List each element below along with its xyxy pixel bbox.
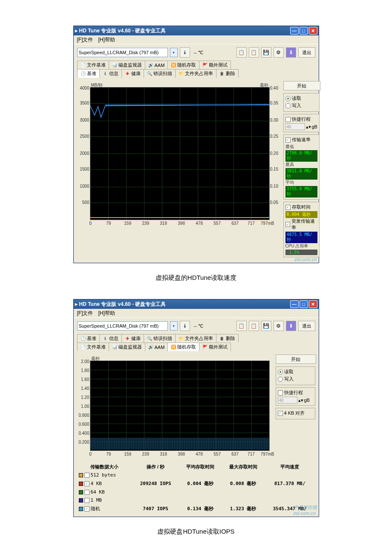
legend-color-icon: [79, 507, 83, 511]
radio-write[interactable]: 写入: [285, 102, 317, 109]
random-access-content: 毫秒 2.001.801.601.401.201.000.8000.6000.4…: [74, 351, 319, 517]
radio-read[interactable]: 读取: [285, 95, 317, 102]
spinner-icon[interactable]: ▴▾: [306, 124, 311, 130]
tab-folder-usage[interactable]: 📁文件夹占用率: [175, 69, 216, 78]
benchmark-side-panel: 开始 读取 写入 快捷行程 ▴▾gB ✓传输速率 最低 2796.8 MB/秒 …: [283, 81, 320, 259]
cell-iops: [132, 496, 179, 504]
close-button[interactable]: ✕: [309, 300, 317, 308]
check-align[interactable]: ✓4 KB 对齐: [278, 410, 313, 416]
checkbox-icon[interactable]: ✓: [84, 481, 89, 486]
tab-health[interactable]: ✚健康: [121, 334, 144, 343]
online-button[interactable]: ⬇: [286, 47, 296, 58]
tab-folder-usage[interactable]: 📁文件夹占用率: [175, 334, 216, 343]
start-button[interactable]: 开始: [276, 355, 316, 364]
tab-info[interactable]: ℹ信息: [99, 334, 122, 343]
mode-panel: 读取 写入: [276, 366, 315, 385]
exit-button[interactable]: 退出: [298, 321, 315, 331]
options-button[interactable]: ⚙: [274, 47, 284, 58]
tab-file-benchmark[interactable]: 📄文件基准: [77, 61, 109, 69]
temp-icon[interactable]: 🌡: [180, 47, 190, 58]
exit-button[interactable]: 退出: [298, 47, 315, 58]
cell-iops: 209248 IOPS: [132, 479, 179, 488]
copy-info-button[interactable]: 📋: [236, 321, 247, 331]
minimize-button[interactable]: —: [290, 27, 299, 35]
tab-disk-monitor[interactable]: 📊磁盘监视器: [109, 343, 145, 351]
y2-axis-unit: 毫秒: [260, 82, 268, 88]
tab-random-access[interactable]: 🔀随机存取: [167, 61, 199, 69]
cell-max: [222, 488, 264, 496]
radio-read[interactable]: 读取: [278, 369, 313, 375]
spinner-icon[interactable]: ▴▾: [298, 398, 303, 403]
checkbox-icon[interactable]: ✓: [84, 506, 89, 511]
drive-dropdown-icon[interactable]: ▼: [170, 48, 178, 57]
online-button[interactable]: ⬇: [286, 321, 296, 331]
start-button[interactable]: 开始: [283, 81, 320, 90]
tab-benchmark[interactable]: 🕐基准: [77, 69, 100, 78]
tab-error-scan[interactable]: 🔍错误扫描: [144, 69, 176, 78]
checkbox-icon[interactable]: [84, 498, 89, 503]
menu-file[interactable]: [F]文件: [77, 36, 93, 44]
drive-select[interactable]: SuperSpeed_LLCRAM_Disk (797 mB): [77, 48, 168, 57]
search-icon: 🔍: [147, 336, 152, 341]
check-transfer[interactable]: ✓传输速率: [285, 137, 317, 143]
flag-icon: 🚩: [202, 63, 208, 68]
tab-aam[interactable]: 🔊AAM: [145, 343, 168, 351]
th-avg: 平均存取时间: [179, 463, 222, 471]
info-icon: ℹ: [103, 336, 108, 341]
menu-help[interactable]: [H]帮助: [98, 36, 115, 44]
tab-info[interactable]: ℹ信息: [99, 69, 122, 78]
checkbox-icon[interactable]: [84, 490, 89, 495]
tab-aam[interactable]: 🔊AAM: [145, 61, 168, 69]
align-panel: ✓4 KB 对齐: [276, 408, 315, 419]
checkbox-icon: ✓: [285, 137, 291, 142]
checkbox-icon[interactable]: [84, 473, 89, 478]
save-button[interactable]: 💾: [261, 47, 271, 58]
maximize-button[interactable]: □: [300, 300, 308, 308]
copy-screenshot-button[interactable]: 📋: [249, 321, 259, 331]
copy-screenshot-button[interactable]: 📋: [249, 47, 259, 58]
minimize-button[interactable]: —: [290, 300, 299, 308]
radio-off-icon: [278, 377, 283, 382]
tab-extra-tests[interactable]: 🚩额外测试: [199, 61, 231, 69]
tab-health[interactable]: ✚健康: [121, 69, 144, 78]
table-row: ✓随机7407 IOPS0.134 毫秒1.323 毫秒3545.347 MB/: [77, 504, 315, 513]
quick-value-input[interactable]: [278, 397, 297, 404]
close-button[interactable]: ✕: [309, 27, 317, 35]
drive-select[interactable]: SuperSpeed_LLCRAM_Disk (797 mB): [77, 321, 168, 331]
tab-erase[interactable]: 🗑删除: [216, 334, 239, 343]
menu-help[interactable]: [H]帮助: [98, 310, 115, 317]
save-button[interactable]: 💾: [261, 321, 271, 331]
watermark: 中关村在线zol.com.cn: [294, 504, 317, 516]
tab-benchmark[interactable]: 🕐基准: [77, 334, 100, 343]
quick-panel: 快捷行程 ▴▾gB: [283, 114, 320, 132]
tab-random-access[interactable]: 🔀随机存取: [167, 343, 199, 351]
tab-extra-tests[interactable]: 🚩额外测试: [199, 343, 231, 351]
check-quick[interactable]: 快捷行程: [278, 389, 313, 396]
check-burst[interactable]: ✓突发传输速率: [285, 218, 317, 231]
tab-error-scan[interactable]: 🔍错误扫描: [144, 334, 176, 343]
drive-dropdown-icon[interactable]: ▼: [170, 321, 178, 331]
tab-erase[interactable]: 🗑删除: [216, 69, 239, 78]
temp-icon[interactable]: 🌡: [180, 321, 190, 331]
checkbox-icon: ✓: [285, 222, 290, 227]
check-access[interactable]: ✓存取时间: [285, 204, 317, 210]
title-bar[interactable]: ▸ HD Tune 专业版 v4.60 - 硬盘专业工具 — □ ✕: [74, 299, 319, 309]
row-size: 64 KB: [91, 489, 105, 495]
tab-file-benchmark[interactable]: 📄文件基准: [77, 343, 109, 351]
radio-write[interactable]: 写入: [278, 376, 313, 382]
cell-iops: [132, 471, 179, 479]
copy-info-button[interactable]: 📋: [236, 47, 247, 58]
cell-iops: [132, 488, 179, 496]
flag-icon: 🚩: [202, 345, 208, 350]
table-row: 64 KB: [77, 488, 315, 496]
check-quick[interactable]: 快捷行程: [285, 116, 317, 122]
quick-value-input[interactable]: [285, 123, 305, 130]
options-button[interactable]: ⚙: [274, 321, 284, 331]
menu-file[interactable]: [F]文件: [77, 310, 93, 317]
hdtune-window-random-access: ▸ HD Tune 专业版 v4.60 - 硬盘专业工具 — □ ✕ [F]文件…: [73, 299, 319, 517]
title-bar[interactable]: ▸ HD Tune 专业版 v4.60 - 硬盘专业工具 — □ ✕: [74, 26, 319, 35]
maximize-button[interactable]: □: [300, 27, 308, 35]
quick-unit: gB: [304, 398, 310, 403]
tab-disk-monitor[interactable]: 📊磁盘监视器: [109, 61, 145, 69]
transfer-line: [90, 102, 269, 119]
